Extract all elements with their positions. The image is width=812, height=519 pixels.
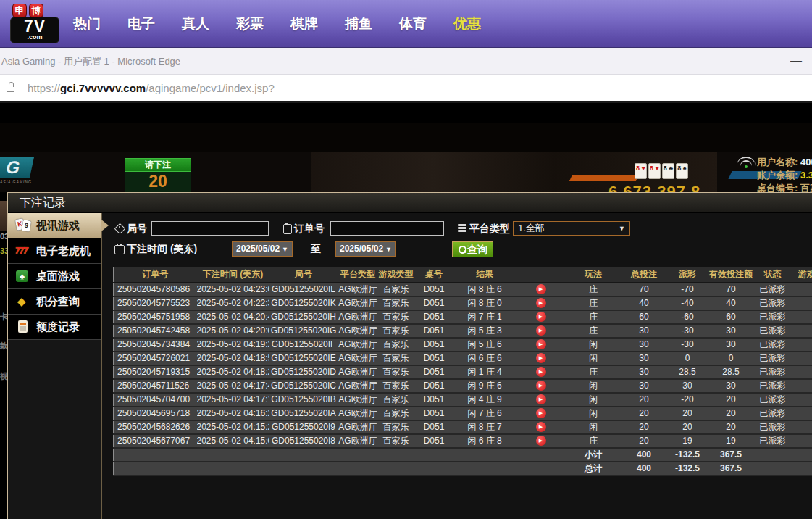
site-logo[interactable]: 申 博 7V .com bbox=[10, 4, 64, 45]
play-icon[interactable]: ▶ bbox=[536, 381, 546, 391]
nav-item[interactable]: 电子 bbox=[127, 14, 155, 33]
play-icon[interactable]: ▶ bbox=[536, 408, 546, 418]
cell-order-no: 250502045780586 bbox=[114, 283, 197, 296]
playing-card: 8 ♥ bbox=[648, 163, 661, 179]
sidebar-item-label: 电子老虎机 bbox=[36, 244, 91, 258]
sidebar-item-tablegame[interactable]: 桌面游戏 bbox=[8, 264, 101, 289]
cell-round-no: GD051255020I8 bbox=[269, 434, 338, 448]
cell-total-bet: 20 bbox=[621, 434, 668, 448]
play-icon[interactable]: ▶ bbox=[536, 394, 546, 404]
cell-game-extra bbox=[791, 407, 812, 420]
url-text[interactable]: https://gci.7vvvvvv.com/agingame/pcv1/in… bbox=[28, 75, 275, 102]
play-icon[interactable]: ▶ bbox=[536, 436, 546, 446]
chevron-down-icon: ▼ bbox=[385, 246, 392, 253]
cell-valid-bet: 30 bbox=[708, 338, 755, 352]
cell-order-no: 250502045695718 bbox=[114, 407, 197, 420]
play-icon[interactable]: ▶ bbox=[536, 353, 546, 363]
sidebar-item-cards[interactable]: 视讯游戏 bbox=[8, 213, 101, 238]
cell-status: 已派彩 bbox=[755, 352, 791, 365]
nav-item[interactable]: 彩票 bbox=[236, 14, 264, 33]
browser-urlbar[interactable]: https://gci.7vvvvvv.com/agingame/pcv1/in… bbox=[0, 75, 812, 103]
browser-titlebar: Asia Gaming - 用户配置 1 - Microsoft Edge — bbox=[0, 48, 812, 75]
order-input[interactable] bbox=[330, 221, 444, 236]
nav-item[interactable]: 热门 bbox=[73, 14, 101, 33]
tag-icon bbox=[114, 223, 125, 233]
cell-valid-bet: 19 bbox=[708, 434, 755, 448]
calendar-icon bbox=[114, 244, 124, 254]
nav-item[interactable]: 优惠 bbox=[453, 14, 481, 33]
ag-logo: G ASIA GAMING bbox=[0, 157, 42, 186]
sidebar-item-points[interactable]: 积分查询 bbox=[8, 289, 101, 315]
tableid-value: 百家 bbox=[800, 183, 812, 192]
cell-game-extra bbox=[791, 283, 812, 296]
url-path: /agingame/pcv1/index.jsp? bbox=[146, 82, 275, 94]
cell-payout: 28.5 bbox=[668, 365, 708, 379]
cell-round-no: GD051255020IL bbox=[269, 283, 338, 296]
play-icon[interactable]: ▶ bbox=[536, 312, 546, 322]
cell-valid-bet: 20 bbox=[708, 407, 755, 420]
play-icon[interactable]: ▶ bbox=[536, 325, 546, 336]
platform-select[interactable]: 1.全部 ▼ bbox=[513, 221, 630, 236]
records-icon bbox=[14, 320, 32, 334]
date-to-picker[interactable]: 2025/05/02▼ bbox=[335, 241, 396, 257]
cell-valid-bet: 30 bbox=[708, 324, 755, 338]
date-from-picker[interactable]: 2025/05/02▼ bbox=[232, 241, 293, 257]
cell-status: 已派彩 bbox=[755, 407, 791, 420]
cell-bet-side: 闲 bbox=[566, 420, 621, 434]
round-input[interactable] bbox=[151, 221, 269, 236]
cell-bet-time: 2025-05-02 04:16:29 bbox=[197, 407, 269, 420]
cell-status: 已派彩 bbox=[755, 393, 791, 407]
play-icon[interactable]: ▶ bbox=[536, 298, 546, 308]
table-row: 2505020457260212025-05-02 04:18:51GD0512… bbox=[114, 352, 812, 365]
cell-game-type: 百家乐 bbox=[378, 352, 414, 365]
logo-name: 7V .com bbox=[10, 17, 59, 43]
nav-item[interactable]: 捕鱼 bbox=[345, 14, 372, 33]
nav-item[interactable]: 体育 bbox=[399, 14, 427, 33]
play-icon[interactable]: ▶ bbox=[536, 422, 546, 432]
cell-status: 已派彩 bbox=[755, 434, 791, 448]
cell-round-no: GD051255020IB bbox=[269, 393, 338, 407]
cell-table-no: D051 bbox=[414, 283, 454, 296]
bet-countdown-widget: 请下注 20 bbox=[125, 158, 191, 192]
cell-bet-time: 2025-05-02 04:20:47 bbox=[197, 310, 269, 324]
cell-status: 已派彩 bbox=[755, 365, 791, 379]
minimize-button[interactable]: — bbox=[790, 48, 802, 73]
cell-game-type: 百家乐 bbox=[378, 338, 414, 352]
cell-payout: -70 bbox=[668, 283, 708, 296]
play-icon[interactable]: ▶ bbox=[536, 284, 546, 294]
cell-empty bbox=[378, 448, 414, 462]
cell-empty bbox=[338, 462, 378, 476]
cell-empty bbox=[755, 448, 791, 462]
cell-empty bbox=[338, 448, 378, 462]
cell-table-no: D051 bbox=[414, 393, 454, 407]
cell-order-no: 250502045711526 bbox=[114, 379, 197, 393]
cell-game-type: 百家乐 bbox=[378, 324, 414, 338]
cell-total-bet: 20 bbox=[621, 420, 668, 434]
sidebar-item-records[interactable]: 额度记录 bbox=[8, 315, 101, 340]
table-row: 2505020457805862025-05-02 04:23:03GD0512… bbox=[114, 283, 812, 296]
cell-bet-time: 2025-05-02 04:20:02 bbox=[197, 324, 269, 338]
column-header: 平台类型 bbox=[338, 267, 378, 283]
cell-game-type: 百家乐 bbox=[378, 434, 414, 448]
ag-logo-subtext: ASIA GAMING bbox=[0, 180, 32, 184]
cell-game-extra bbox=[791, 296, 812, 310]
cell-bet-side: 庄 bbox=[566, 283, 621, 296]
nav-item[interactable]: 棋牌 bbox=[290, 14, 318, 33]
play-icon[interactable]: ▶ bbox=[536, 367, 546, 377]
playing-card: 8 ♣ bbox=[662, 163, 674, 179]
cell-status: 已派彩 bbox=[755, 283, 791, 296]
cell-round-no: GD051255020IF bbox=[269, 338, 338, 352]
play-icon[interactable]: ▶ bbox=[536, 339, 546, 349]
user-info-block: 用户名称: 400 账户余额: 3.3 桌台编号: 百家 bbox=[757, 156, 812, 192]
cell-result: 闲 1 庄 4 bbox=[454, 365, 516, 379]
sidebar-item-slots[interactable]: 电子老虎机 bbox=[8, 238, 101, 264]
search-button[interactable]: 查询 bbox=[452, 241, 493, 257]
sidebar-menu: 视讯游戏电子老虎机桌面游戏积分查询额度记录 bbox=[8, 213, 102, 519]
records-table-wrap: 订单号下注时间 (美东)局号平台类型游戏类型桌号结果玩法总投注派彩有效投注额状态… bbox=[113, 267, 812, 476]
nav-item[interactable]: 真人 bbox=[182, 14, 209, 33]
cell-payout: 30 bbox=[668, 379, 708, 393]
cell-payout: 20 bbox=[668, 420, 708, 434]
cell-payout: 0 bbox=[668, 352, 708, 365]
column-header: 局号 bbox=[269, 267, 338, 283]
cell-table-no: D051 bbox=[414, 434, 454, 448]
